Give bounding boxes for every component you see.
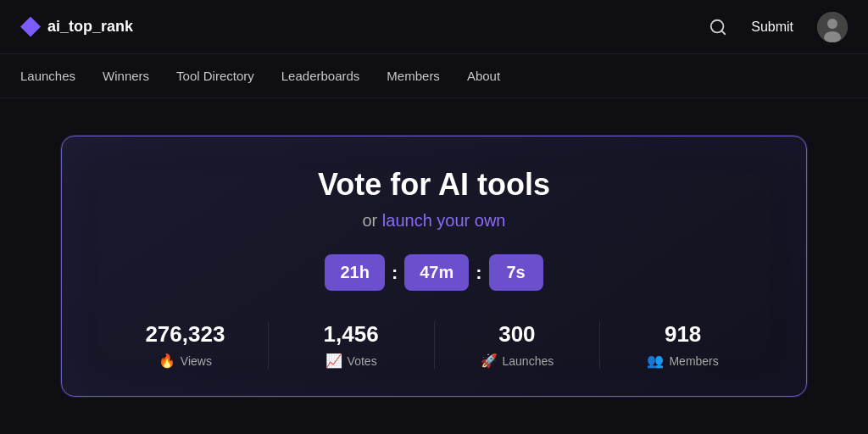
nav-item-tool-directory[interactable]: Tool Directory [176, 65, 254, 86]
stat-launches: 300 🚀 Launches [435, 321, 601, 369]
hero-card: Vote for AI tools or launch your own 21h… [61, 136, 807, 397]
hero-subtitle: or launch your own [363, 211, 506, 231]
site-header: ai_top_rank Submit [0, 0, 868, 54]
avatar[interactable] [817, 12, 848, 42]
stat-launches-label: Launches [503, 354, 554, 368]
stat-votes-label: Votes [348, 354, 377, 368]
timer-seconds: 7s [489, 254, 543, 291]
nav-item-winners[interactable]: Winners [103, 65, 149, 86]
nav-item-about[interactable]: About [467, 65, 500, 86]
nav-item-launches[interactable]: Launches [20, 65, 75, 86]
countdown-timer: 21h : 47m : 7s [325, 254, 542, 291]
hero-subtitle-static: or [363, 211, 382, 230]
submit-button[interactable]: Submit [741, 14, 804, 40]
fire-icon: 🔥 [159, 353, 175, 369]
stats-row: 276,323 🔥 Views 1,456 📈 Votes 300 🚀 Laun… [103, 321, 765, 369]
svg-point-3 [827, 19, 837, 29]
stat-views-value: 276,323 [145, 321, 225, 348]
main-content: Vote for AI tools or launch your own 21h… [0, 98, 868, 434]
stat-views-label-row: 🔥 Views [159, 353, 212, 369]
timer-sep-2: : [476, 262, 481, 284]
stat-views-label: Views [181, 354, 212, 368]
stat-members-label-row: 👥 Members [647, 353, 718, 369]
timer-hours: 21h [325, 254, 384, 291]
stat-launches-label-row: 🚀 Launches [481, 353, 554, 369]
logo[interactable]: ai_top_rank [20, 17, 133, 37]
main-nav: Launches Winners Tool Directory Leaderbo… [0, 54, 868, 98]
chart-icon: 📈 [326, 353, 342, 369]
search-icon[interactable] [709, 18, 727, 36]
svg-line-1 [721, 31, 725, 34]
stat-members-label: Members [669, 354, 718, 368]
header-actions: Submit [709, 12, 848, 42]
rocket-icon: 🚀 [481, 353, 498, 369]
timer-sep-1: : [392, 262, 398, 284]
stat-launches-value: 300 [498, 321, 535, 348]
stat-members-value: 918 [665, 321, 701, 348]
logo-icon [20, 17, 41, 37]
stat-votes-value: 1,456 [324, 321, 379, 348]
hero-title: Vote for AI tools [318, 167, 550, 203]
stat-members: 918 👥 Members [600, 321, 765, 369]
nav-item-leaderboards[interactable]: Leaderboards [281, 65, 360, 86]
hero-launch-link[interactable]: launch your own [382, 211, 506, 230]
logo-text: ai_top_rank [47, 18, 133, 36]
nav-item-members[interactable]: Members [387, 65, 440, 86]
people-icon: 👥 [647, 353, 664, 369]
stat-votes: 1,456 📈 Votes [269, 321, 435, 369]
stat-votes-label-row: 📈 Votes [326, 353, 377, 369]
stat-views: 276,323 🔥 Views [103, 321, 269, 369]
timer-minutes: 47m [404, 254, 469, 291]
